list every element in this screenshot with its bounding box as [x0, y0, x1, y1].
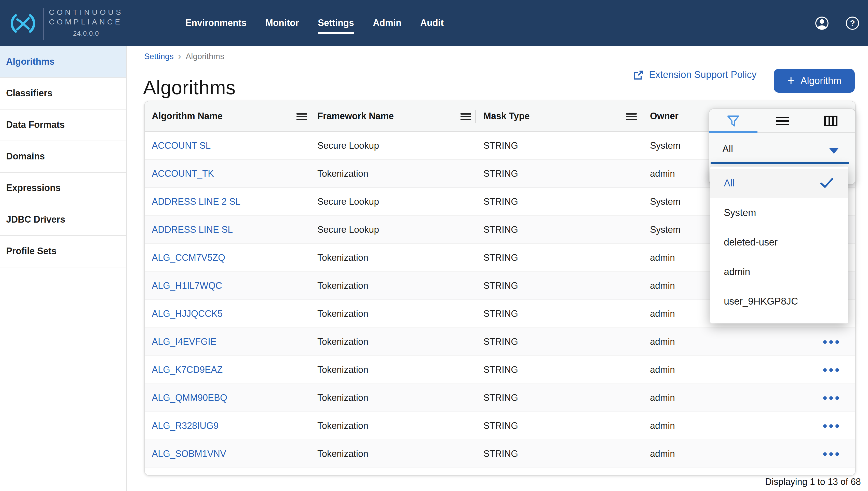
column-header-algorithm-name[interactable]: Algorithm Name [152, 102, 223, 132]
row-actions-button[interactable] [806, 468, 855, 476]
owner-filter-option-admin[interactable]: admin [710, 257, 848, 287]
nav-item-settings[interactable]: Settings [318, 18, 354, 29]
extension-support-policy-link[interactable]: Extension Support Policy [633, 69, 756, 81]
row-actions-button[interactable] [806, 412, 855, 439]
nav-item-admin[interactable]: Admin [373, 18, 401, 29]
nav-item-monitor[interactable]: Monitor [265, 18, 299, 29]
row-actions-button[interactable] [806, 356, 855, 383]
user-account-icon[interactable] [815, 16, 829, 30]
table-row: ALG_SOBM1VNV Tokenization STRING admin [145, 440, 855, 468]
framework-name-cell: Tokenization [314, 309, 475, 319]
mask-type-cell: STRING [475, 252, 643, 263]
algorithm-name-link[interactable]: ALG_CCM7V5ZQ [145, 252, 314, 263]
column-header-owner[interactable]: Owner [650, 102, 678, 132]
mask-type-cell: STRING [475, 337, 643, 347]
sidebar-item-data-formats[interactable]: Data Formats [0, 110, 126, 141]
framework-name-cell: Tokenization [314, 365, 475, 375]
table-row: ALG_V4YL4UP6 Tokenization STRING admin [145, 468, 855, 476]
delphix-logo-icon [9, 9, 37, 38]
owner-filter-option-system[interactable]: System [710, 198, 848, 228]
sidebar-item-classifiers[interactable]: Classifiers [0, 78, 126, 110]
column-divider [314, 110, 314, 123]
brand-line-1: CONTINUOUS [49, 7, 123, 17]
mask-type-cell: STRING [475, 365, 643, 375]
owner-filter-option-deleted-user[interactable]: deleted-user [710, 228, 848, 257]
sidebar-item-domains[interactable]: Domains [0, 141, 126, 173]
column-menu-icon-framework-name[interactable] [461, 113, 471, 120]
algorithm-name-link[interactable]: ALG_I4EVFGIE [145, 337, 314, 347]
nav-item-audit[interactable]: Audit [420, 18, 444, 29]
add-algorithm-button[interactable]: + Algorithm [774, 69, 855, 93]
framework-name-cell: Secure Lookup [314, 140, 475, 151]
algorithm-name-link[interactable]: ALG_SOBM1VNV [145, 449, 314, 459]
app-version: 24.0.0.0 [49, 30, 123, 37]
algorithm-name-link[interactable]: ALG_QMM90EBQ [145, 393, 314, 403]
mask-type-cell: STRING [475, 168, 643, 179]
more-options-icon [823, 340, 839, 344]
row-actions-button[interactable] [806, 328, 855, 355]
algorithm-name-link[interactable]: ALG_K7CD9EAZ [145, 365, 314, 375]
breadcrumb-current: Algorithms [186, 52, 224, 61]
algorithm-name-link[interactable]: ADDRESS LINE SL [145, 224, 314, 235]
table-row: ALG_R328IUG9 Tokenization STRING admin [145, 412, 855, 440]
column-header-framework-name[interactable]: Framework Name [317, 102, 394, 132]
algorithm-name-link[interactable]: ACCOUNT_TK [145, 168, 314, 179]
column-header-mask-type[interactable]: Mask Type [484, 102, 529, 132]
row-actions-button[interactable] [806, 384, 855, 411]
algorithm-name-link[interactable]: ALG_R328IUG9 [145, 421, 314, 431]
sidebar-item-expressions[interactable]: Expressions [0, 173, 126, 204]
checkmark-icon [819, 177, 834, 189]
mask-type-cell: STRING [475, 280, 643, 291]
breadcrumb-settings-link[interactable]: Settings [144, 52, 174, 61]
sidebar-item-profile-sets[interactable]: Profile Sets [0, 236, 126, 267]
sidebar-item-jdbc-drivers[interactable]: JDBC Drivers [0, 204, 126, 236]
more-options-icon [823, 368, 839, 372]
pagination-status: Displaying 1 to 13 of 68 [765, 477, 861, 487]
mask-type-cell: STRING [475, 421, 643, 431]
framework-name-cell: Tokenization [314, 449, 475, 459]
mask-type-cell: STRING [475, 196, 643, 207]
chevron-down-icon [829, 148, 838, 154]
brand-line-2: COMPLIANCE [49, 17, 123, 27]
framework-name-cell: Tokenization [314, 393, 475, 403]
table-row: ALG_I4EVFGIE Tokenization STRING admin [145, 328, 855, 356]
top-navbar: CONTINUOUS COMPLIANCE 24.0.0.0 Environme… [0, 0, 868, 46]
algorithm-name-link[interactable]: ALG_HJJQCCK5 [145, 309, 314, 319]
select-focus-underline [711, 162, 849, 164]
algorithm-name-link[interactable]: ALG_H1IL7WQC [145, 280, 314, 291]
logo-divider [43, 8, 44, 40]
column-menu-icon-algorithm-name[interactable] [296, 113, 307, 120]
row-actions-button[interactable] [806, 440, 855, 468]
tab-columns[interactable] [807, 109, 855, 133]
external-link-icon [633, 69, 644, 80]
algorithm-name-link[interactable]: ADDRESS LINE 2 SL [145, 196, 314, 207]
mask-type-cell: STRING [475, 224, 643, 235]
panel-tab-bar [709, 109, 855, 133]
algorithm-name-link[interactable]: ACCOUNT SL [145, 140, 314, 151]
tab-filter[interactable] [709, 109, 758, 133]
column-divider [643, 110, 643, 123]
help-icon[interactable]: ? [846, 16, 859, 30]
owner-cell: admin [643, 393, 806, 403]
framework-name-cell: Tokenization [314, 337, 475, 347]
mask-type-cell: STRING [475, 309, 643, 319]
filter-funnel-icon [727, 114, 741, 127]
owner-cell: admin [643, 337, 806, 347]
column-divider [475, 110, 476, 123]
add-algorithm-label: Algorithm [801, 75, 841, 86]
more-options-icon [823, 424, 839, 428]
mask-type-cell: STRING [475, 140, 643, 151]
svg-text:?: ? [850, 19, 855, 28]
tab-row-settings[interactable] [758, 109, 806, 133]
sidebar-item-algorithms[interactable]: Algorithms [0, 46, 126, 78]
owner-filter-value: All [722, 144, 733, 155]
nav-item-environments[interactable]: Environments [185, 18, 247, 29]
mask-type-cell: STRING [475, 449, 643, 459]
table-row: ALG_QMM90EBQ Tokenization STRING admin [145, 384, 855, 412]
brand-block: CONTINUOUS COMPLIANCE 24.0.0.0 [49, 7, 123, 37]
owner-filter-option-all[interactable]: All [710, 169, 848, 198]
owner-filter-option-user-9hkgp8jc[interactable]: user_9HKGP8JC [710, 287, 848, 316]
framework-name-cell: Tokenization [314, 168, 475, 179]
mask-type-cell: STRING [475, 393, 643, 403]
column-menu-icon-mask-type[interactable] [626, 113, 637, 120]
